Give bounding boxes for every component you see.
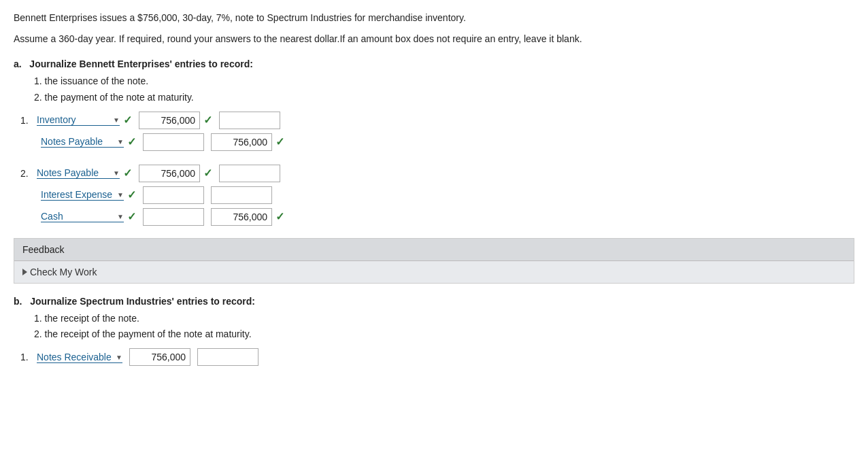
entry1-debit-row: 1. Inventory Notes Payable Interest Expe… [20,112,854,129]
entry2-cash-account-check-icon: ✓ [127,210,136,223]
entry1-debit-account-select[interactable]: Inventory Notes Payable Interest Expense… [37,114,120,126]
section-a-sub1: 1. the issuance of the note. [34,73,854,90]
section-a-label: a. Journalize Bennett Enterprises' entri… [14,58,854,69]
entry1-credit-account-wrapper[interactable]: Notes Payable Inventory Interest Expense… [41,136,124,148]
entry2-cash-account-wrapper[interactable]: Cash Notes Payable Inventory Interest Ex… [41,211,124,222]
entry1-credit-account-select[interactable]: Notes Payable Inventory Interest Expense… [41,136,124,148]
entry1-number: 1. [20,115,34,126]
section-b-entry1-account-select[interactable]: Notes Receivable Cash Interest Revenue [37,352,122,363]
entry2-interest-credit[interactable] [211,186,272,204]
entry2-cash-account-select[interactable]: Cash Notes Payable Inventory Interest Ex… [41,211,124,222]
section-a-entry1: 1. Inventory Notes Payable Interest Expe… [20,112,854,151]
entry2-cash-credit[interactable] [211,208,272,226]
section-a-sub2: 2. the payment of the note at maturity. [34,90,854,106]
entry1-credit-amount-top[interactable] [219,112,280,129]
entry1-debit-amount[interactable] [139,112,200,129]
section-b-entry1-row: 1. Notes Receivable Cash Interest Revenu… [20,348,854,366]
spacer1 [14,155,854,165]
check-my-work-link[interactable]: Check My Work [22,267,846,277]
entry1-credit-amount[interactable] [211,133,272,151]
entry1-debit-amount-blank[interactable] [143,133,204,151]
entry1-credit-amount-check-icon: ✓ [276,135,284,148]
entry2-cash-credit-check-icon: ✓ [276,210,284,223]
feedback-body: Check My Work [14,261,854,283]
entry2-debit-account-select[interactable]: Notes Payable Inventory Interest Expense… [37,167,120,179]
entry2-debit-account-wrapper[interactable]: Notes Payable Inventory Interest Expense… [37,167,120,179]
section-a-sublist: 1. the issuance of the note. 2. the paym… [34,73,854,106]
entry1-credit-account-check-icon: ✓ [127,135,136,148]
entry2-debit-amount[interactable] [139,165,200,182]
entry1-debit-amount-check-icon: ✓ [203,114,212,126]
section-b-entry1: 1. Notes Receivable Cash Interest Revenu… [20,348,854,366]
entry2-interest-account-select[interactable]: Interest Expense Notes Payable Inventory… [41,189,124,201]
section-b-label: b. Journalize Spectrum Industries' entri… [14,296,854,307]
feedback-header: Feedback [14,239,854,261]
entry2-interest-account-check-icon: ✓ [127,188,136,201]
check-work-triangle-icon [22,269,27,275]
intro-line1: Bennett Enterprises issues a $756,000, 3… [14,11,854,25]
entry2-number: 2. [20,168,34,179]
intro-line2: Assume a 360-day year. If required, roun… [14,32,854,46]
entry2-interest-row: Interest Expense Notes Payable Inventory… [41,186,854,204]
section-b-entry1-debit-amount[interactable] [129,348,190,366]
section-b-sub1: 1. the receipt of the note. [34,311,854,327]
entry2-cash-debit[interactable] [143,208,204,226]
section-a-entry2: 2. Notes Payable Inventory Interest Expe… [20,165,854,226]
section-b-entry1-account-wrapper[interactable]: Notes Receivable Cash Interest Revenue ▼ [37,352,122,363]
check-work-label[interactable]: Check My Work [30,267,97,277]
entry1-debit-account-check-icon: ✓ [123,114,132,126]
entry2-cash-row: Cash Notes Payable Inventory Interest Ex… [41,208,854,226]
feedback-box: Feedback Check My Work [14,238,854,284]
section-b-entry1-number: 1. [20,352,34,362]
entry2-debit-amount-check-icon: ✓ [203,167,212,180]
section-b-entry1-credit-amount[interactable] [197,348,258,366]
entry2-debit-account-check-icon: ✓ [123,167,132,180]
entry1-debit-account-wrapper[interactable]: Inventory Notes Payable Interest Expense… [37,114,120,126]
entry2-credit-top[interactable] [219,165,280,182]
entry1-credit-row: Notes Payable Inventory Interest Expense… [41,133,854,151]
entry2-interest-debit[interactable] [143,186,204,204]
section-b-sub2: 2. the receipt of the payment of the not… [34,326,854,343]
entry2-interest-account-wrapper[interactable]: Interest Expense Notes Payable Inventory… [41,189,124,201]
entry2-debit-row: 2. Notes Payable Inventory Interest Expe… [20,165,854,182]
section-b-sublist: 1. the receipt of the note. 2. the recei… [34,311,854,343]
